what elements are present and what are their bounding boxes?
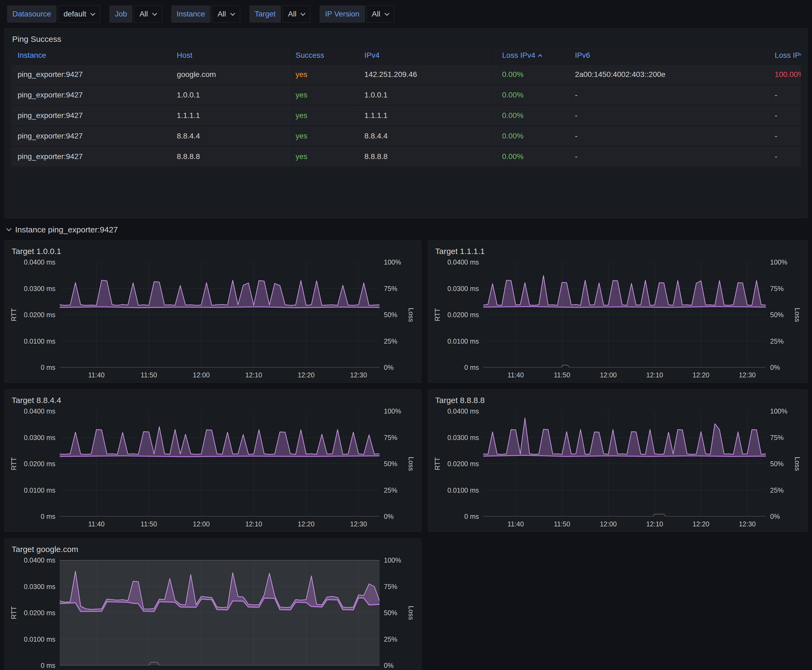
row-title: Instance ping_exporter:9427 [15,225,118,234]
rtt-axis-label: RTT [432,411,443,516]
variable-job: Job All [109,5,162,23]
y-tick-label: 0 ms [41,364,55,371]
table-cell: - [569,147,768,167]
plot-area[interactable] [483,262,766,367]
x-tick-label: 11:50 [141,371,157,379]
panel-title[interactable]: Ping Success [11,32,801,47]
y-tick-label: 25% [384,486,397,494]
table-row: ping_exporter:94278.8.8.8yes8.8.8.80.00%… [11,146,801,167]
column-header-ipv6[interactable]: IPv6 [569,47,768,64]
y-tick-label: 25% [384,337,397,345]
chart-title[interactable]: Target 1.0.0.1 [8,244,416,259]
variable-value: All [217,10,226,19]
dashboard-row-header[interactable]: Instance ping_exporter:9427 [7,225,808,234]
table-cell: 100.00% [768,64,801,85]
chart-title[interactable]: Target 8.8.8.8 [432,393,803,408]
column-header-instance[interactable]: Instance [11,47,170,64]
table-cell: ping_exporter:9427 [11,126,170,146]
variable-label: Instance [171,5,211,23]
y-tick-label: 100% [384,407,401,415]
right-axis-ticks: 100%75%50%25%0% [766,411,792,516]
y-tick-label: 0 ms [41,662,55,670]
x-tick-label: 11:50 [554,520,570,528]
y-tick-label: 0 ms [464,364,479,371]
x-tick-label: 12:10 [646,520,663,528]
table-header-row: InstanceHostSuccessIPv4Loss IPv4IPv6Loss… [11,47,801,64]
chart-title[interactable]: Target google.com [8,542,416,557]
x-tick-label: 11:50 [141,520,157,528]
x-tick-label: 12:00 [600,371,617,379]
rtt-avg-line [483,307,766,308]
table-cell: google.com [170,64,289,85]
y-tick-label: 0.0400 ms [448,407,479,415]
right-axis-ticks: 100%75%50%25%0% [380,262,405,367]
x-tick-label: 12:30 [350,520,367,528]
table-cell: ping_exporter:9427 [11,64,170,85]
variable-select-ip-version[interactable]: All [366,5,394,23]
rtt-max-line [60,427,380,454]
table-cell: yes [289,147,358,167]
y-tick-label: 0.0100 ms [448,337,479,345]
column-header-label: Success [295,51,324,60]
left-axis-ticks: 0.0400 ms0.0300 ms0.0200 ms0.0100 ms0 ms [19,262,60,367]
variable-label: Target [249,5,281,23]
chart-svg [60,560,380,665]
column-header-success[interactable]: Success [289,47,358,64]
variable-select-target[interactable]: All [282,5,310,23]
column-header-ipv4[interactable]: IPv4 [358,47,496,64]
x-tick-label: 11:40 [88,520,105,528]
chevron-down-icon [90,11,95,16]
x-tick-label: 12:20 [693,520,710,528]
x-tick-label: 12:00 [193,371,210,379]
table-cell: 0.00% [496,147,569,167]
y-tick-label: 50% [384,609,397,617]
variable-select-instance[interactable]: All [212,5,240,23]
chart-body: RTT0.0400 ms0.0300 ms0.0200 ms0.0100 ms0… [432,411,803,516]
table-body: ping_exporter:9427google.comyes142.251.2… [11,64,801,167]
plot-area[interactable] [60,411,380,516]
chevron-down-icon [301,11,305,16]
plot-area[interactable] [60,560,380,665]
x-tick-label: 12:20 [693,371,710,379]
column-header-loss-ipv6[interactable]: Loss IPv6 [768,47,801,64]
left-axis-ticks: 0.0400 ms0.0300 ms0.0200 ms0.0100 ms0 ms [443,262,483,367]
y-tick-label: 0% [770,513,780,521]
left-axis-ticks: 0.0400 ms0.0300 ms0.0200 ms0.0100 ms0 ms [19,411,60,516]
chart-body: RTT0.0400 ms0.0300 ms0.0200 ms0.0100 ms0… [8,560,416,665]
y-tick-label: 0.0200 ms [24,311,55,319]
plot-area[interactable] [60,262,380,367]
chart-svg [60,411,380,516]
plot-area[interactable] [483,411,766,516]
x-tick-label: 12:30 [739,371,756,379]
chevron-down-icon [152,11,157,16]
loss-axis-label: Loss [405,411,416,516]
charts-grid: Target 1.0.0.1 RTT0.0400 ms0.0300 ms0.02… [4,240,808,670]
y-tick-label: 0.0100 ms [448,486,479,494]
y-tick-label: 0% [384,513,393,521]
variable-select-datasource[interactable]: default [58,5,100,23]
y-tick-label: 0.0400 ms [448,258,479,266]
table-row: ping_exporter:94278.8.4.4yes8.8.4.40.00%… [11,125,801,146]
table-cell: 8.8.8.8 [170,147,289,167]
table-cell: yes [289,64,358,85]
table-cell: - [569,126,768,146]
column-header-host[interactable]: Host [170,47,289,64]
y-tick-label: 0.0200 ms [448,460,479,468]
rtt-axis-label: RTT [432,262,443,367]
chart-title[interactable]: Target 1.1.1.1 [432,244,803,259]
y-tick-label: 75% [384,582,397,590]
chart-svg [60,262,380,367]
variable-instance: Instance All [171,5,240,23]
chart-svg [483,411,766,516]
right-axis-ticks: 100%75%50%25%0% [766,262,792,367]
x-tick-label: 12:30 [350,371,367,379]
variable-select-job[interactable]: All [134,5,162,23]
chart-title[interactable]: Target 8.8.4.4 [8,393,416,408]
y-tick-label: 25% [770,486,784,494]
x-tick-label: 11:50 [554,371,570,379]
table-cell: - [768,147,801,167]
table-cell: ping_exporter:9427 [11,85,170,105]
table-cell: ping_exporter:9427 [11,147,170,167]
table-cell: - [569,105,768,125]
column-header-loss-ipv4[interactable]: Loss IPv4 [496,47,569,64]
